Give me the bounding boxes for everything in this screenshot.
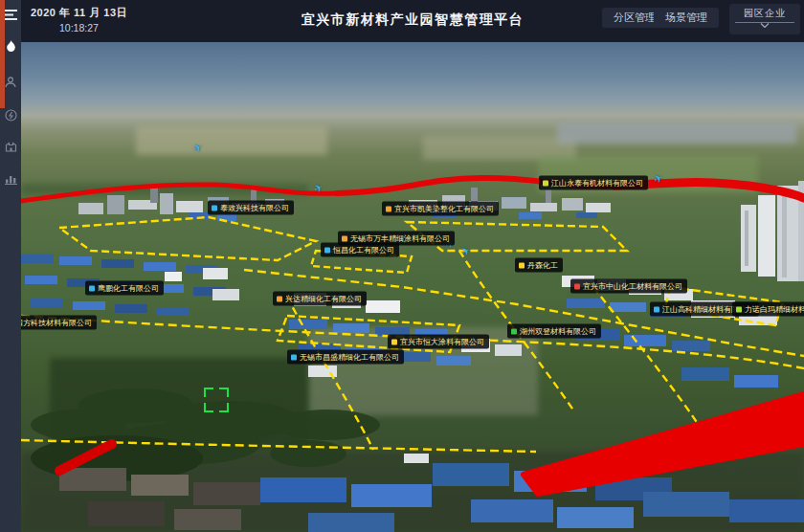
- company-marker-icon: [511, 328, 517, 334]
- company-label-text: 泰致兴科技有限公司: [220, 203, 289, 213]
- company-marker-icon: [342, 235, 347, 241]
- park-enterprise-dropdown[interactable]: 园区企业: [729, 4, 800, 34]
- company-label-text: 兴达精细化工有限公司: [285, 294, 362, 304]
- left-toolbar: [0, 0, 21, 532]
- header-bar: 2020 年 11 月 13日 10:18:27 宜兴市新材料产业园智慧管理平台…: [21, 0, 804, 42]
- alarm-flame-icon[interactable]: [0, 34, 21, 57]
- map-labels-layer: 泰致兴科技有限公司宜兴市凯美染整化工有限公司无锡市万丰精细涂料有限公司鹰鹏化工有…: [21, 42, 804, 532]
- company-label-text: 力诺白玛精细材料有限公司: [745, 304, 804, 315]
- map-company-label[interactable]: 湖州双登材料有限公司: [507, 324, 601, 339]
- company-marker-icon: [386, 206, 391, 211]
- menu-icon[interactable]: [0, 3, 21, 26]
- map-company-label[interactable]: 宜兴市四方科技材料有限公司: [21, 316, 97, 330]
- scene-management-button[interactable]: 场景管理: [654, 8, 719, 28]
- smart-park-platform-window: 2020 年 11 月 13日 10:18:27 宜兴市新材料产业园智慧管理平台…: [0, 0, 804, 532]
- map-company-label[interactable]: 恒昌化工有限公司: [321, 243, 399, 257]
- company-label-text: 鹰鹏化工有限公司: [98, 283, 159, 294]
- map-company-label[interactable]: 江山永泰有机材料有限公司: [539, 176, 648, 190]
- chevron-down-icon: [760, 23, 770, 28]
- enterprise-icon[interactable]: [0, 135, 21, 158]
- company-label-text: 丹森化工: [527, 260, 558, 271]
- statistics-icon[interactable]: [0, 167, 21, 190]
- company-marker-icon: [519, 262, 525, 268]
- energy-icon[interactable]: [0, 103, 21, 126]
- company-marker-icon: [277, 296, 282, 301]
- company-label-text: 无锡市昌盛精细化工有限公司: [300, 352, 399, 363]
- company-label-text: 江山永泰有机材料有限公司: [551, 178, 643, 188]
- company-marker-icon: [391, 339, 397, 344]
- company-marker-icon: [212, 205, 217, 211]
- map-company-label[interactable]: 宜兴市凯美染整化工有限公司: [382, 202, 499, 216]
- map-company-label[interactable]: 鹰鹏化工有限公司: [85, 281, 164, 296]
- company-marker-icon: [574, 283, 580, 289]
- map-company-label[interactable]: 泰致兴科技有限公司: [208, 201, 294, 215]
- company-marker-icon: [654, 306, 659, 312]
- company-marker-icon: [736, 306, 742, 312]
- company-label-text: 湖州双登材料有限公司: [520, 326, 596, 337]
- map-company-label[interactable]: 无锡市昌盛精细化工有限公司: [287, 350, 404, 365]
- map-company-label[interactable]: 力诺白玛精细材料有限公司: [732, 302, 804, 317]
- company-label-text: 宜兴市恒大涂料有限公司: [400, 337, 484, 347]
- company-label-text: 宜兴市中山化工材料有限公司: [583, 281, 682, 292]
- company-label-text: 宜兴市四方科技材料有限公司: [21, 318, 92, 328]
- company-marker-icon: [324, 247, 330, 253]
- company-label-text: 宜兴市凯美染整化工有限公司: [394, 204, 494, 214]
- map-company-label[interactable]: 宜兴市中山化工材料有限公司: [570, 279, 687, 294]
- map-company-label[interactable]: 兴达精细化工有限公司: [273, 292, 367, 306]
- company-label-text: 恒昌化工有限公司: [333, 245, 394, 255]
- personnel-icon[interactable]: [0, 71, 21, 94]
- company-marker-icon: [291, 354, 297, 360]
- company-marker-icon: [543, 180, 548, 186]
- map-company-label[interactable]: 丹森化工: [515, 258, 563, 273]
- park-enterprise-dropdown-label: 园区企业: [744, 7, 786, 20]
- map-3d-view[interactable]: ✈✈✈✈✈ 泰致兴科技有限公司宜兴市凯美染整化工有限公司无锡市万丰精细涂料有限公…: [21, 42, 804, 532]
- company-marker-icon: [89, 285, 95, 291]
- map-company-label[interactable]: 宜兴市恒大涂料有限公司: [388, 335, 489, 349]
